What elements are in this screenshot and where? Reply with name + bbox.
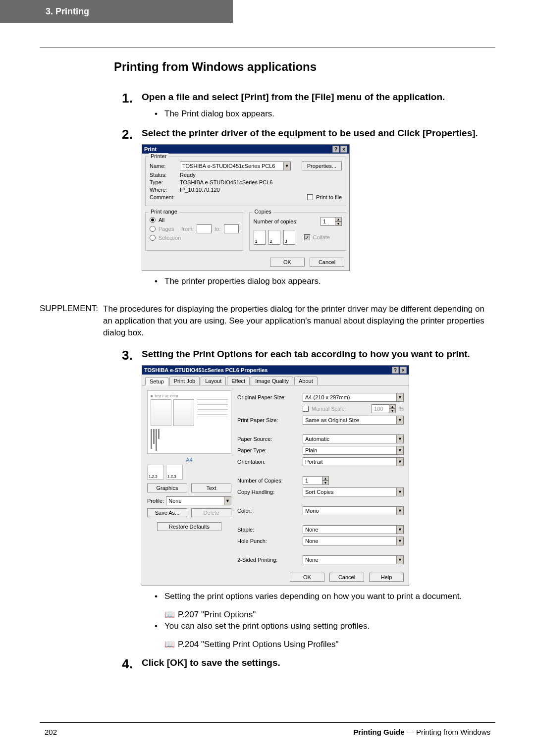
hole-punch-value: None: [305, 538, 318, 544]
step-3-number: 3.: [122, 348, 142, 363]
where-value: IP_10.10.70.120: [180, 187, 220, 193]
num-copies-label: Number of copies:: [254, 218, 318, 224]
close-icon[interactable]: ×: [400, 367, 407, 374]
tab-setup[interactable]: Setup: [145, 377, 168, 385]
print-to-file-label: Print to file: [316, 194, 342, 200]
ok-button[interactable]: OK: [290, 573, 324, 582]
xref-2: 📖P.204 "Setting Print Options Using Prof…: [164, 639, 490, 649]
range-selection-label: Selection: [159, 235, 181, 241]
tab-effect[interactable]: Effect: [227, 377, 250, 385]
staple-select[interactable]: None▼: [303, 525, 404, 534]
from-input[interactable]: [197, 224, 212, 233]
cancel-button[interactable]: Cancel: [310, 258, 344, 267]
tab-layout[interactable]: Layout: [201, 377, 226, 385]
spin-down-icon[interactable]: ▼: [322, 481, 329, 485]
step-3-bullet-2: You can also set the print options using…: [155, 621, 490, 632]
orig-size-select[interactable]: A4 (210 x 297mm)▼: [303, 393, 404, 402]
cancel-button[interactable]: Cancel: [329, 573, 364, 582]
profile-label: Profile:: [147, 498, 164, 504]
tab-image-quality[interactable]: Image Quality: [251, 377, 293, 385]
paper-type-select[interactable]: Plain▼: [303, 446, 404, 455]
close-icon[interactable]: ×: [340, 146, 347, 153]
ok-button[interactable]: OK: [270, 258, 305, 267]
help-button[interactable]: Help: [369, 573, 404, 582]
spin-up-icon[interactable]: ▲: [322, 476, 329, 481]
color-select[interactable]: Mono▼: [303, 506, 404, 515]
to-label: to:: [214, 226, 220, 232]
restore-defaults-button[interactable]: Restore Defaults: [157, 522, 221, 531]
spin-down-icon[interactable]: ▼: [335, 221, 342, 226]
to-input[interactable]: [224, 224, 239, 233]
range-all-radio[interactable]: [150, 217, 156, 223]
staple-value: None: [305, 527, 318, 533]
chevron-down-icon: ▼: [283, 162, 290, 170]
spin-down-icon[interactable]: ▼: [389, 409, 396, 413]
orientation-select[interactable]: Portrait▼: [303, 457, 404, 466]
save-as-button[interactable]: Save As...: [147, 508, 187, 517]
paper-source-label: Paper Source:: [237, 436, 303, 442]
printer-name-select[interactable]: TOSHIBA e-STUDIO451cSeries PCL6▼: [180, 162, 291, 170]
top-rule: [40, 48, 495, 48]
paper-type-value: Plain: [305, 447, 317, 453]
profile-select[interactable]: None▼: [166, 496, 231, 505]
num-copies-input2[interactable]: [303, 476, 322, 485]
status-value: Ready: [180, 172, 196, 178]
copies-group: Copies Number of copies: ▲▼ 1 2: [249, 212, 346, 251]
properties-button[interactable]: Properties...: [302, 162, 342, 170]
tab-print-job[interactable]: Print Job: [169, 377, 200, 385]
preview-thumb-icon: [173, 399, 194, 426]
manual-scale-checkbox[interactable]: [303, 406, 309, 412]
hole-punch-select[interactable]: None▼: [303, 537, 404, 545]
manual-scale-input[interactable]: [372, 404, 389, 413]
collate-checkbox[interactable]: ✓: [304, 234, 310, 240]
tab-about[interactable]: About: [294, 377, 318, 385]
copies-group-label: Copies: [253, 209, 273, 215]
footer-right-normal: — Printing from Windows: [405, 728, 490, 736]
graphics-button[interactable]: Graphics: [147, 484, 187, 492]
printer-group-label: Printer: [149, 153, 168, 159]
help-icon[interactable]: ?: [392, 367, 399, 374]
copy-handling-label: Copy Handling:: [237, 489, 303, 495]
step-2-number: 2.: [122, 127, 142, 142]
spin-up-icon[interactable]: ▲: [389, 404, 396, 409]
print-to-file-checkbox[interactable]: [307, 194, 313, 200]
help-icon[interactable]: ?: [332, 146, 339, 153]
copy-handling-select[interactable]: Sort Copies▼: [303, 487, 404, 496]
chevron-down-icon: ▼: [396, 488, 403, 496]
step-3-bullet-1: Setting the print options varies dependi…: [155, 591, 490, 602]
type-value: TOSHIBA e-STUDIO451cSeries PCL6: [180, 179, 272, 185]
paper-source-select[interactable]: Automatic▼: [303, 434, 404, 443]
print-dialog-title: Print: [144, 146, 157, 152]
num-copies-input[interactable]: [321, 217, 335, 226]
chevron-down-icon: ▼: [396, 416, 403, 424]
print-size-select[interactable]: Same as Original Size▼: [303, 416, 404, 425]
duplex-value: None: [305, 557, 318, 563]
delete-button[interactable]: Delete: [191, 508, 231, 517]
xref-1: 📖P.207 "Print Options": [164, 609, 490, 620]
step-2: 2. Select the printer driver of the equi…: [122, 127, 490, 295]
name-label: Name:: [150, 163, 177, 169]
num-copies-label2: Number of Copies:: [237, 478, 303, 484]
supplement-block: SUPPLEMENT: The procedures for displayin…: [114, 303, 490, 338]
spin-up-icon[interactable]: ▲: [335, 217, 342, 221]
orientation-value: Portrait: [305, 459, 322, 465]
step-1-bullet: The Print dialog box appears.: [155, 108, 490, 120]
copy-handling-value: Sort Copies: [305, 489, 333, 495]
collate-icon: 3: [283, 230, 295, 245]
page-footer: 202 Printing Guide — Printing from Windo…: [0, 722, 535, 736]
manual-scale-label: Manual Scale:: [312, 406, 346, 412]
range-pages-radio[interactable]: [150, 226, 156, 232]
print-size-value: Same as Original Size: [305, 417, 359, 423]
chapter-tab: 3. Printing: [0, 0, 233, 23]
orig-size-label: Original Paper Size:: [237, 394, 303, 400]
preview-thumb-icon: [151, 399, 171, 426]
hole-punch-label: Hole Punch:: [237, 538, 303, 544]
properties-tabs: Setup Print Job Layout Effect Image Qual…: [142, 375, 409, 385]
range-selection-radio[interactable]: [150, 235, 156, 241]
from-label: from:: [181, 226, 194, 232]
step-1-number: 1.: [122, 91, 142, 106]
comment-label: Comment:: [150, 194, 177, 200]
text-button[interactable]: Text: [191, 484, 231, 492]
duplex-select[interactable]: None▼: [303, 555, 404, 564]
footer-rule: [40, 722, 495, 723]
